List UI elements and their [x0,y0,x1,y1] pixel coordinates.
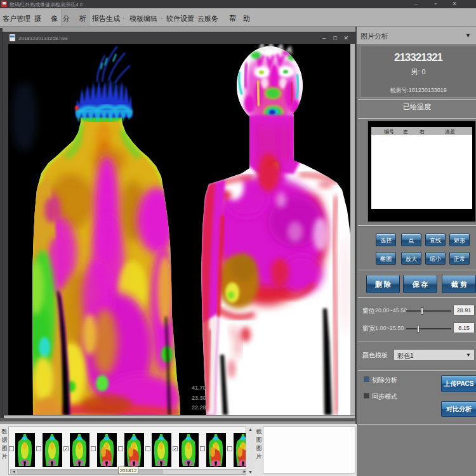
svg-text:41.70: 41.70 [192,385,206,391]
svg-text:22.28: 22.28 [192,404,206,411]
svg-text:23.30: 23.30 [192,395,206,401]
